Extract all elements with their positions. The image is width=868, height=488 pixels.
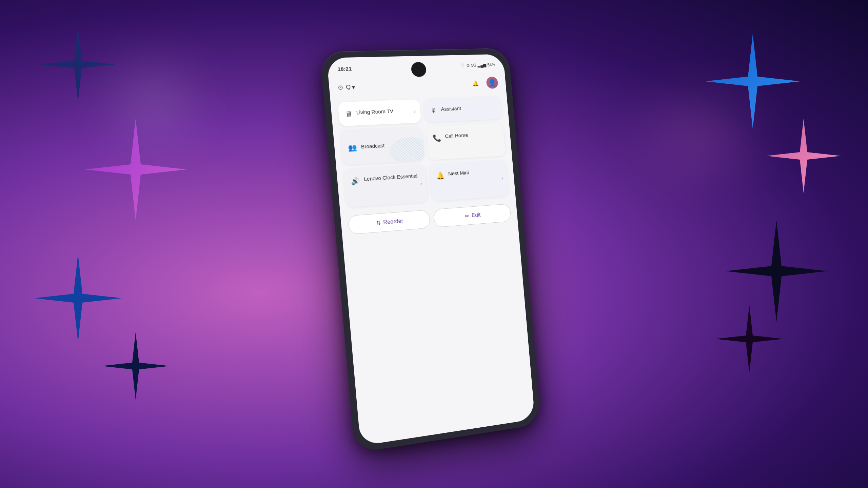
speaker-icon: 🔊 <box>351 177 360 185</box>
status-icons: 🦷 ⊙ 5G ▂▄▆ 54% <box>460 62 495 68</box>
chevron-right-icon: › <box>414 108 416 114</box>
edit-label: Edit <box>471 212 481 219</box>
broadcast-icon: 👥 <box>348 143 357 152</box>
nest-icon: 🔔 <box>436 171 445 180</box>
tile-assistant[interactable]: 🎙 Assistant <box>423 96 502 122</box>
tile-call-home-label: Call Home <box>445 132 468 140</box>
sparkle-star-3 <box>34 254 122 342</box>
phone-outer-body: 18:21 🦷 ⊙ 5G ▂▄▆ 54% ⊙ Q ▾ <box>320 48 541 453</box>
header-right: 🔔 👤 <box>469 77 499 89</box>
home-selector[interactable]: Q ▾ <box>346 83 355 91</box>
edit-icon: ✏ <box>465 212 469 219</box>
phone-screen: 18:21 🦷 ⊙ 5G ▂▄▆ 54% ⊙ Q ▾ <box>327 54 535 446</box>
sparkle-star-2 <box>85 119 186 220</box>
location-pin-icon: ⊙ <box>337 84 343 92</box>
reorder-button[interactable]: ⇅ Reorder <box>348 210 431 235</box>
signal-label: 5G <box>471 63 476 68</box>
edit-button[interactable]: ✏ Edit <box>433 204 511 228</box>
sparkle-star-1 <box>41 27 115 102</box>
bluetooth-icon: 🦷 <box>460 63 466 68</box>
glow-white <box>119 68 186 136</box>
chevron-right-icon-3: › <box>501 175 504 181</box>
phone-mockup: 18:21 🦷 ⊙ 5G ▂▄▆ 54% ⊙ Q ▾ <box>320 48 541 453</box>
sparkle-star-4 <box>102 332 170 400</box>
glow-pink <box>648 102 749 169</box>
phone-icon: 📞 <box>432 134 441 142</box>
avatar-image: 👤 <box>488 79 497 87</box>
tile-living-room-tv[interactable]: 🖥 Living Room TV › <box>338 99 421 126</box>
home-label-text: Q <box>346 84 351 91</box>
status-time: 18:21 <box>337 65 352 72</box>
wifi-icon: ⊙ <box>466 63 470 68</box>
reorder-label: Reorder <box>383 218 403 226</box>
battery-level: 54% <box>487 62 495 67</box>
sparkle-star-8 <box>715 305 783 373</box>
sparkle-star-7 <box>726 220 827 322</box>
tile-broadcast[interactable]: 👥 Broadcast <box>340 127 425 165</box>
chevron-right-icon-2: › <box>420 181 422 186</box>
notification-bell-button[interactable]: 🔔 <box>469 77 482 89</box>
tv-icon: 🖥 <box>345 110 353 118</box>
signal-bars: ▂▄▆ <box>477 63 486 67</box>
tile-lenovo-clock-label: Lenovo Clock Essential <box>363 172 418 183</box>
tile-nest-mini[interactable]: 🔔 Nest Mini › <box>429 160 509 201</box>
tile-nest-mini-label: Nest Mini <box>448 169 469 177</box>
tile-living-room-tv-label: Living Room TV <box>356 108 394 116</box>
chevron-down-icon: ▾ <box>352 83 355 91</box>
tile-broadcast-label: Broadcast <box>361 142 385 150</box>
tile-lenovo-clock[interactable]: 🔊 Lenovo Clock Essential › <box>343 164 428 207</box>
user-avatar[interactable]: 👤 <box>486 77 498 89</box>
sparkle-star-6 <box>766 119 841 193</box>
reorder-icon: ⇅ <box>376 220 381 226</box>
tile-assistant-label: Assistant <box>441 105 461 113</box>
device-tiles-grid: 🖥 Living Room TV › 🎙 Assistant 👥 Broadca… <box>330 94 516 211</box>
tile-call-home[interactable]: 📞 Call Home <box>426 123 506 160</box>
bell-icon: 🔔 <box>472 80 479 86</box>
microphone-icon: 🎙 <box>430 107 437 115</box>
header-left[interactable]: ⊙ Q ▾ <box>337 83 355 92</box>
